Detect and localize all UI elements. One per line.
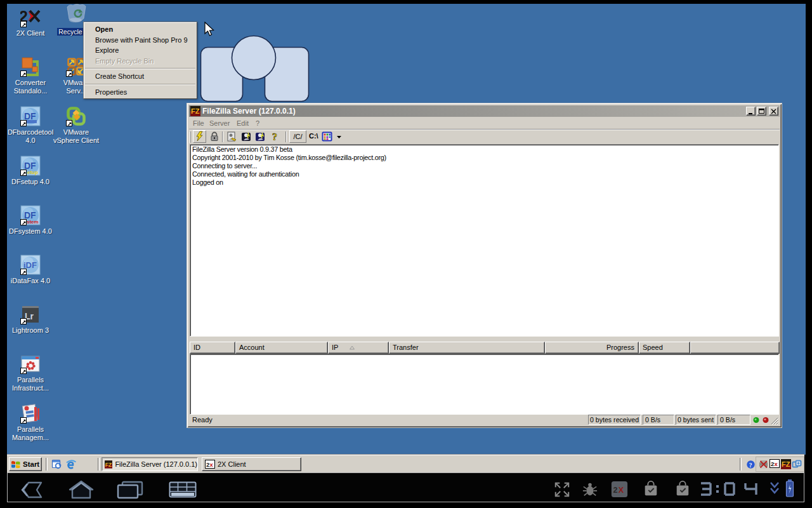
svg-text:?: ? [272, 131, 277, 142]
svg-text:x: x [775, 460, 778, 467]
svg-text:2: 2 [613, 486, 618, 495]
svg-text:X: X [619, 486, 624, 495]
svg-text:2: 2 [771, 460, 774, 467]
svg-text:2: 2 [206, 461, 209, 468]
svg-text:FZ: FZ [782, 460, 790, 468]
svg-text:FZ: FZ [191, 107, 200, 115]
svg-text:etup: etup [27, 170, 38, 175]
svg-text:stem: stem [27, 219, 39, 225]
svg-text:?: ? [749, 462, 752, 469]
svg-text:x: x [210, 461, 214, 468]
svg-text:FZ: FZ [105, 461, 112, 467]
